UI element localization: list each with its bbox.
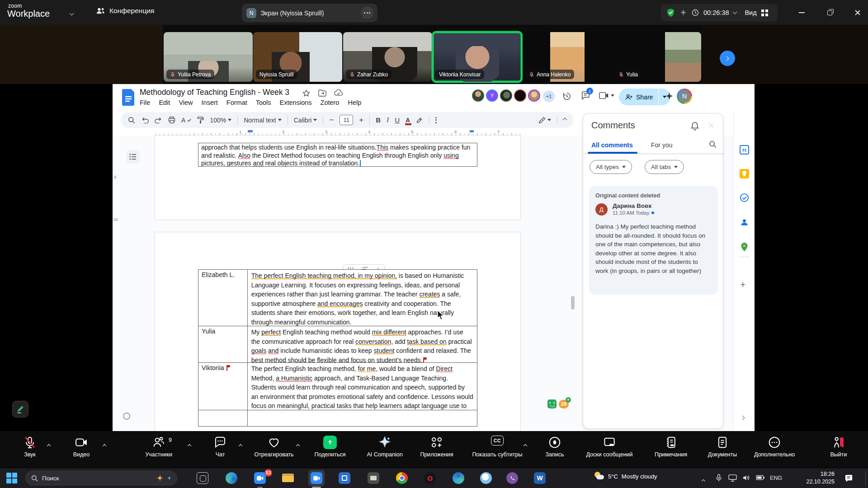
tray-expand-chevron[interactable] — [702, 476, 705, 484]
undo-icon[interactable] — [141, 117, 149, 123]
font-size-field[interactable]: 11 — [340, 115, 353, 125]
edge-icon[interactable] — [226, 472, 237, 484]
maps-icon[interactable] — [740, 242, 749, 252]
video-tile-active-speaker[interactable]: Viktoriia Konvisar — [433, 32, 522, 82]
menu-help[interactable]: Help — [348, 99, 361, 106]
gemini-sparkle-icon[interactable] — [665, 92, 674, 101]
table-cell-name[interactable]: Yulia — [198, 326, 248, 362]
control-video[interactable]: Видео — [52, 434, 111, 458]
table-cell-text[interactable]: The perfect English teaching method, for… — [248, 363, 477, 410]
tasks-icon[interactable] — [740, 193, 749, 202]
indent-marker-right[interactable] — [470, 130, 474, 132]
font-size-increase[interactable]: + — [359, 116, 363, 125]
redo-icon[interactable] — [155, 117, 162, 123]
control-participants[interactable]: Участники — [129, 434, 188, 458]
collaborator-avatar[interactable] — [472, 89, 484, 102]
notifications-bell-icon[interactable] — [691, 122, 699, 131]
spellcheck-button[interactable]: A — [181, 117, 191, 124]
comment-history-button[interactable]: 1 — [581, 91, 590, 100]
menu-zotero[interactable]: Zotero — [321, 99, 340, 106]
indent-marker[interactable] — [248, 130, 253, 132]
edge-icon[interactable] — [453, 472, 464, 484]
chrome-icon[interactable] — [396, 472, 408, 484]
font-select[interactable]: Calibri — [294, 117, 317, 124]
app-window-icon[interactable] — [368, 472, 379, 484]
collapse-panel-icon[interactable] — [741, 413, 744, 421]
control-react[interactable]: Отреагировать — [245, 434, 303, 458]
document-title[interactable]: Methodology of Teaching English - Week 3 — [140, 88, 289, 97]
comment-card[interactable]: Original content deleted Д Дарина Вовк 1… — [589, 186, 718, 295]
bold-button[interactable]: B — [376, 116, 381, 124]
more-tools-button[interactable] — [435, 117, 437, 123]
video-tile[interactable]: Zahar Zubko — [343, 32, 432, 82]
move-folder-icon[interactable] — [318, 89, 326, 97]
font-size-decrease[interactable]: − — [329, 116, 334, 125]
table-cell-continued[interactable]: approach that helps students use English… — [198, 143, 477, 167]
control-captions[interactable]: CC Показать субтитры — [468, 434, 527, 458]
zoom-app-icon-active[interactable] — [311, 472, 322, 484]
tab-for-you[interactable]: For you — [651, 141, 672, 149]
task-view-icon[interactable] — [197, 472, 208, 484]
account-avatar[interactable]: N — [677, 89, 692, 104]
clock-widget[interactable]: 18:26 22.10.2025 — [794, 470, 835, 486]
audio-options-chevron[interactable] — [47, 441, 50, 449]
control-docs[interactable]: Документы — [693, 434, 752, 458]
restore-button[interactable] — [823, 7, 836, 18]
italic-button[interactable]: I — [387, 116, 389, 124]
file-explorer-icon[interactable] — [282, 472, 294, 484]
menu-insert[interactable]: Insert — [202, 99, 218, 106]
more-collaborators-chip[interactable]: +1 — [543, 90, 555, 102]
view-button-label[interactable]: Вид — [745, 9, 756, 16]
control-ai-companion[interactable]: AI Companion — [355, 434, 414, 458]
table-cell-name[interactable]: Elizabeth L. — [198, 270, 248, 326]
print-icon[interactable] — [168, 117, 175, 124]
ai-sparkle-icon[interactable] — [679, 9, 687, 17]
tray-network-icon[interactable] — [728, 474, 737, 482]
zoom-select[interactable]: 100% — [210, 117, 231, 124]
menu-view[interactable]: View — [179, 99, 193, 106]
tab-screen-share[interactable]: N Экран (Nyissia Spruill) — [242, 4, 377, 22]
search-comments-icon[interactable] — [709, 141, 717, 148]
paragraph-style-select[interactable]: Normal text — [244, 117, 282, 124]
annotation-button[interactable] — [12, 401, 28, 418]
video-options-chevron[interactable] — [103, 441, 106, 449]
taskbar-search[interactable]: Поиск — [25, 471, 177, 485]
video-tile[interactable]: Yuliia Petrova — [164, 32, 253, 82]
filter-all-types[interactable]: All types — [590, 160, 632, 174]
keep-icon[interactable] — [740, 169, 749, 178]
star-icon[interactable] — [302, 89, 310, 97]
document-scrollbar-thumb[interactable] — [571, 296, 575, 310]
meet-button[interactable] — [599, 92, 614, 99]
view-grid-icon[interactable] — [761, 9, 768, 16]
menu-format[interactable]: Format — [226, 99, 247, 106]
menu-file[interactable]: File — [140, 99, 150, 106]
menu-extensions[interactable]: Extensions — [280, 99, 312, 106]
search-icon[interactable] — [128, 117, 135, 124]
blue-app-icon[interactable] — [339, 472, 350, 484]
start-button[interactable] — [6, 473, 17, 483]
tab-meeting[interactable]: Конференция — [96, 7, 154, 15]
control-whiteboards[interactable]: Доски сообщений — [580, 434, 639, 458]
round-app-icon[interactable] — [480, 472, 492, 484]
hide-menus-button[interactable] — [563, 118, 567, 122]
table-cell-name[interactable] — [198, 410, 248, 426]
security-shield-icon[interactable] — [666, 8, 675, 17]
control-record[interactable]: Запись — [525, 434, 584, 458]
workspace-chevron-icon[interactable] — [70, 11, 74, 16]
editing-mode-button[interactable] — [538, 117, 551, 124]
status-circle-icon[interactable] — [123, 413, 130, 420]
control-notes[interactable]: Примечания — [642, 434, 700, 458]
show-desktop-divider[interactable] — [865, 471, 866, 486]
chat-options-chevron[interactable] — [239, 441, 242, 449]
participants-options-chevron[interactable] — [188, 441, 191, 449]
highlight-color-icon[interactable] — [416, 117, 423, 124]
tray-volume-icon[interactable] — [742, 474, 750, 482]
language-indicator[interactable]: ENG — [770, 475, 782, 481]
collaborator-avatar[interactable]: Y — [486, 89, 498, 102]
add-addon-button[interactable]: + — [740, 279, 745, 290]
close-button[interactable] — [851, 7, 864, 18]
control-leave[interactable]: Выйти — [809, 434, 868, 458]
table-cell-text[interactable] — [248, 410, 477, 426]
filter-all-tabs[interactable]: All tabs — [645, 160, 684, 174]
timer-chevron-icon[interactable] — [733, 9, 737, 14]
